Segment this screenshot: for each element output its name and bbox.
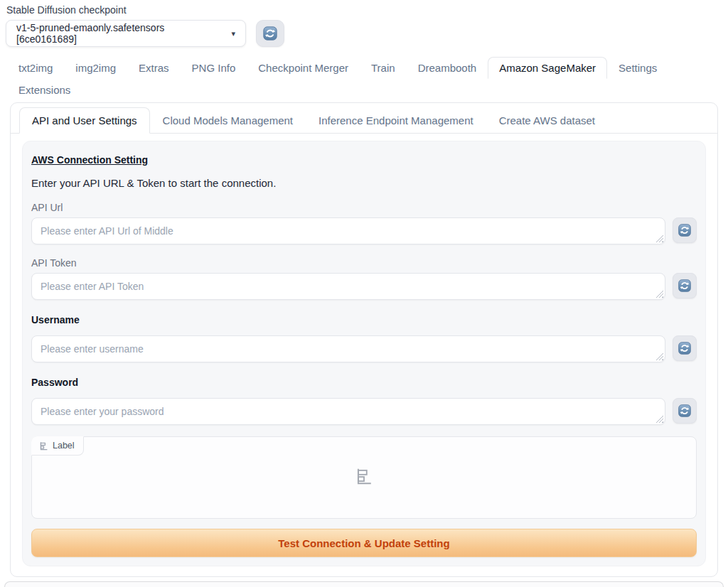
checkpoint-dropdown-value: v1-5-pruned-emaonly.safetensors [6ce0161…: [16, 22, 224, 45]
refresh-icon: [678, 223, 692, 237]
tab-dreambooth[interactable]: Dreambooth: [407, 57, 488, 79]
password-input-wrap: [31, 398, 665, 425]
api-token-refresh-button[interactable]: [673, 273, 697, 298]
caret-down-icon: ▾: [231, 30, 235, 38]
tab-checkpoint-merger[interactable]: Checkpoint Merger: [247, 57, 360, 79]
subtab-api-user-settings[interactable]: API and User Settings: [19, 107, 150, 134]
api-token-input[interactable]: [31, 273, 665, 300]
sagemaker-panel: API and User Settings Cloud Models Manag…: [10, 102, 718, 577]
refresh-icon: [678, 279, 692, 293]
password-label: Password: [31, 377, 697, 388]
checkpoint-label: Stable Diffusion checkpoint: [6, 4, 722, 16]
username-row: [31, 335, 697, 362]
tab-extras[interactable]: Extras: [127, 57, 181, 79]
label-component-empty-state: [355, 467, 373, 488]
subtab-inference-endpoint-management[interactable]: Inference Endpoint Management: [306, 107, 486, 134]
next-section-edge: [4, 581, 724, 587]
tab-img2img[interactable]: img2img: [64, 57, 127, 79]
password-row: [31, 398, 697, 425]
webui-root: Stable Diffusion checkpoint v1-5-pruned-…: [0, 0, 728, 577]
tab-settings[interactable]: Settings: [607, 57, 668, 79]
checkpoint-refresh-button[interactable]: [256, 20, 284, 47]
password-input[interactable]: [31, 398, 665, 425]
main-tab-bar: txt2img img2img Extras PNG Info Checkpoi…: [6, 57, 722, 101]
sagemaker-sub-tab-bar: API and User Settings Cloud Models Manag…: [11, 103, 717, 134]
api-token-label: API Token: [31, 257, 697, 269]
username-refresh-button[interactable]: [673, 335, 697, 361]
api-url-refresh-button[interactable]: [673, 217, 697, 243]
checkpoint-dropdown[interactable]: v1-5-pruned-emaonly.safetensors [6ce0161…: [6, 20, 246, 47]
api-token-input-wrap: [31, 273, 665, 300]
panel-description: Enter your API URL & Token to start the …: [31, 177, 697, 189]
test-connection-button[interactable]: Test Connection & Update Setting: [31, 529, 697, 557]
subtab-cloud-models-management[interactable]: Cloud Models Management: [150, 107, 306, 134]
subtab-create-aws-dataset[interactable]: Create AWS dataset: [486, 107, 608, 134]
username-label: Username: [31, 314, 697, 325]
refresh-icon: [262, 26, 278, 41]
checkpoint-row: v1-5-pruned-emaonly.safetensors [6ce0161…: [6, 20, 722, 47]
tab-extensions[interactable]: Extensions: [7, 79, 82, 101]
panel-heading: AWS Connection Setting: [31, 154, 697, 166]
tab-png-info[interactable]: PNG Info: [181, 57, 247, 79]
bar-chart-icon: [39, 441, 48, 451]
label-component-title: Label: [53, 441, 75, 451]
tab-amazon-sagemaker[interactable]: Amazon SageMaker: [488, 57, 607, 79]
tab-train[interactable]: Train: [360, 57, 407, 79]
connection-status-label-component: Label: [31, 436, 697, 519]
username-input[interactable]: [31, 335, 665, 362]
refresh-icon: [678, 341, 692, 355]
api-token-row: [31, 273, 697, 300]
username-input-wrap: [31, 335, 665, 362]
api-url-input[interactable]: [31, 217, 665, 244]
bar-chart-icon: [355, 467, 373, 485]
api-url-label: API Url: [31, 202, 697, 213]
password-refresh-button[interactable]: [673, 398, 697, 424]
aws-connection-panel: AWS Connection Setting Enter your API UR…: [22, 141, 706, 566]
refresh-icon: [678, 404, 692, 418]
api-url-row: [31, 217, 697, 244]
label-component-header: Label: [31, 436, 84, 456]
tab-txt2img[interactable]: txt2img: [7, 57, 64, 79]
api-url-input-wrap: [31, 217, 665, 244]
